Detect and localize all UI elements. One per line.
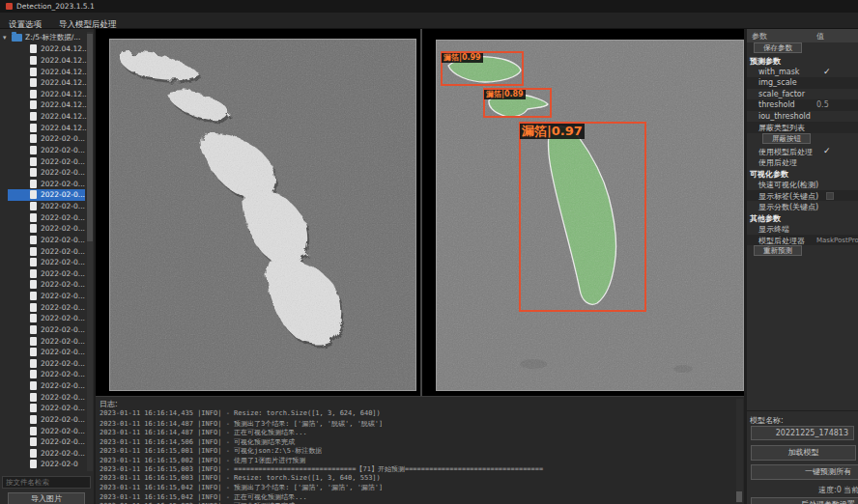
- param-row[interactable]: 显示标签(关键点): [747, 190, 858, 202]
- tree-file-item[interactable]: 2022-02-0...: [0, 403, 94, 414]
- tree-file-item[interactable]: 2022-02-0...: [0, 245, 94, 257]
- tree-file-item[interactable]: 2022-02-0...: [0, 201, 94, 212]
- file-label: 2022-02-0: [41, 460, 78, 468]
- tree-file-item[interactable]: 2022-02-0...: [0, 279, 94, 291]
- filename-search-input[interactable]: [2, 476, 91, 489]
- param-value[interactable]: 0.5: [816, 100, 829, 109]
- tree-file-item[interactable]: 2022-02-0...: [0, 414, 94, 426]
- tree-file-item[interactable]: 2022-02-0...: [0, 448, 94, 460]
- file-tree: ▾ Z:/5-标注数据/... 2022.04.12...2022.04.12.…: [0, 32, 94, 474]
- tree-file-item[interactable]: 2022-02-0...: [0, 347, 94, 358]
- tree-file-item[interactable]: 2022-02-0...: [0, 335, 94, 347]
- tree-file-item[interactable]: 2022-02-0...: [0, 268, 94, 280]
- tree-file-item[interactable]: 2022-02-0...: [0, 179, 94, 190]
- tree-file-item[interactable]: 2022-02-0...: [0, 291, 94, 302]
- log-scrollbar[interactable]: [736, 399, 743, 503]
- param-row[interactable]: threshold0.5: [747, 99, 858, 111]
- tree-file-item[interactable]: 2022-02-0...: [0, 211, 94, 223]
- prediction-image-panel[interactable]: 漏箔|0.99漏箔|0.89漏箔|0.97: [436, 40, 744, 391]
- tree-file-item[interactable]: 2022-02-0...: [0, 155, 94, 167]
- file-icon: [30, 359, 37, 368]
- param-row[interactable]: with_mask✓: [747, 67, 858, 78]
- model-name-label: 模型名称:: [750, 415, 784, 426]
- file-icon: [30, 56, 37, 65]
- file-label: 2022-02-0...: [41, 146, 85, 154]
- tree-file-item[interactable]: 2022-02-0...: [0, 313, 94, 324]
- detection-label: 漏箔|0.89: [484, 90, 526, 99]
- tree-file-item[interactable]: 2022-02-0...: [0, 369, 94, 380]
- file-label: 2022-02-0...: [41, 157, 85, 166]
- log-scrollbar-thumb[interactable]: [736, 491, 742, 502]
- log-line: 2023-01-11 16:16:15,003 |INFO| - Resize:…: [100, 474, 732, 484]
- check-icon[interactable]: ✓: [823, 67, 831, 76]
- tree-file-item[interactable]: 2022-02-0...: [0, 380, 94, 392]
- param-row[interactable]: 显示终端: [747, 223, 858, 235]
- caret-down-icon[interactable]: ▾: [3, 34, 12, 42]
- file-label: 2022-02-0...: [41, 190, 85, 199]
- file-icon: [30, 180, 37, 188]
- check-icon[interactable]: ✓: [823, 146, 831, 155]
- folder-icon: [12, 34, 22, 42]
- tree-file-item[interactable]: 2022-02-0...: [0, 133, 94, 145]
- file-icon: [30, 134, 37, 143]
- tree-file-item[interactable]: 2022.04.12...: [0, 111, 94, 123]
- file-icon: [30, 292, 37, 300]
- model-name-field[interactable]: 20221225_174813: [751, 426, 854, 440]
- param-row[interactable]: 屏蔽类型列表: [747, 122, 858, 133]
- param-action-button[interactable]: 重新预测: [754, 245, 802, 256]
- tree-file-item[interactable]: 2022-02-0...: [0, 145, 94, 156]
- tree-file-item[interactable]: 2022-02-0: [0, 459, 94, 470]
- tree-file-item[interactable]: 2022-02-0...: [0, 301, 94, 313]
- param-section-row: 可视化参数: [747, 168, 858, 180]
- tree-file-item[interactable]: 2022-02-0...: [0, 167, 94, 179]
- load-model-button[interactable]: 加载模型: [751, 445, 856, 461]
- param-row[interactable]: 模型后处理器MaskPostProc: [747, 235, 858, 246]
- log-lines[interactable]: 2023-01-11 16:16:14,435 |INFO| - Resize:…: [100, 409, 732, 504]
- menu-bar: 设置选项导入模型后处理: [0, 13, 858, 29]
- panel-divider: [747, 410, 858, 411]
- tree-file-item[interactable]: 2022-02-0...: [0, 223, 94, 235]
- file-label: 2022-02-0...: [41, 404, 85, 412]
- tree-file-item[interactable]: 2022-02-0...: [0, 235, 94, 246]
- file-label: 2022-02-0...: [41, 258, 85, 266]
- import-images-button[interactable]: 导入图片: [8, 492, 85, 504]
- checkbox[interactable]: [826, 192, 834, 200]
- param-row[interactable]: 使用后处理: [747, 156, 858, 168]
- tree-file-item[interactable]: 2022.04.12...: [0, 99, 94, 111]
- tree-file-item[interactable]: 2022.04.12...: [0, 55, 94, 67]
- tree-file-item[interactable]: 2022-02-0...: [0, 257, 94, 268]
- param-row[interactable]: scale_factor: [747, 89, 858, 100]
- tree-file-item[interactable]: 2022.04.12...: [0, 43, 94, 55]
- tree-file-item[interactable]: 2022.04.12...: [0, 66, 94, 77]
- parameter-table-header: 参数 值: [747, 29, 858, 42]
- file-icon: [30, 348, 37, 356]
- tree-file-item[interactable]: 2022-02-0...: [0, 358, 94, 370]
- detection-label: 漏箔|0.99: [442, 53, 483, 63]
- tree-file-item[interactable]: 2022-02-0...: [0, 436, 94, 448]
- panel-splitter[interactable]: [420, 29, 422, 396]
- param-row[interactable]: 显示分数(关键点): [747, 201, 858, 212]
- param-row[interactable]: iou_threshold: [747, 111, 858, 123]
- file-label: 2022-02-0...: [41, 393, 85, 402]
- param-row[interactable]: 快速可视化(检测): [747, 179, 858, 190]
- sidebar-scrollbar-thumb[interactable]: [87, 34, 93, 241]
- param-action-button[interactable]: 保存参数: [754, 42, 802, 53]
- param-value[interactable]: MaskPostProc: [816, 237, 858, 244]
- tree-file-item[interactable]: 2022-02-0...: [0, 324, 94, 336]
- tree-file-item[interactable]: 2022-02-0...: [0, 425, 94, 436]
- tree-file-item[interactable]: 2022-02-0...: [0, 391, 94, 403]
- app-icon: [6, 3, 13, 10]
- param-row[interactable]: img_scale: [747, 77, 858, 89]
- param-action-button[interactable]: 屏蔽按钮: [762, 133, 811, 144]
- sidebar-scrollbar[interactable]: [87, 32, 93, 471]
- source-image-panel[interactable]: [109, 39, 416, 391]
- param-row[interactable]: 使用模型后处理✓: [747, 146, 858, 157]
- tree-file-item[interactable]: 2022-02-0...: [0, 189, 94, 201]
- predict-all-button[interactable]: 一键预测所有: [751, 464, 858, 480]
- tree-root-folder[interactable]: ▾ Z:/5-标注数据/...: [0, 32, 94, 43]
- post-process-settings-button[interactable]: 后处理参数设置: [751, 497, 858, 504]
- tree-file-item[interactable]: 2022.04.12...: [0, 122, 94, 133]
- tree-file-item[interactable]: 2022.04.12...: [0, 89, 94, 100]
- log-line: 2023-01-11 16:16:15,042 |INFO| - 预测出了3个结…: [100, 483, 732, 492]
- tree-file-item[interactable]: 2022.04.12...: [0, 77, 94, 89]
